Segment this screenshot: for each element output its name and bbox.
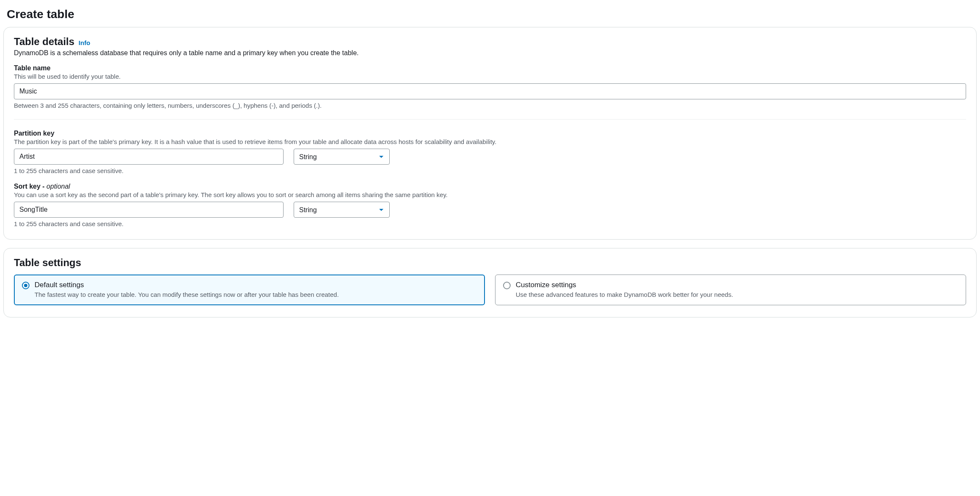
table-name-constraint: Between 3 and 255 characters, containing…	[14, 102, 966, 109]
default-settings-title: Default settings	[35, 281, 339, 289]
partition-key-constraint: 1 to 255 characters and case sensitive.	[14, 167, 966, 174]
table-name-label: Table name	[14, 64, 966, 72]
table-name-input[interactable]	[14, 83, 966, 99]
default-settings-option[interactable]: Default settings The fastest way to crea…	[14, 275, 485, 305]
partition-key-input[interactable]	[14, 149, 284, 165]
sort-key-hint: You can use a sort key as the second par…	[14, 191, 966, 198]
table-settings-panel: Table settings Default settings The fast…	[3, 248, 977, 317]
sort-key-type-select[interactable]: String	[294, 202, 390, 218]
divider	[14, 119, 966, 120]
default-settings-description: The fastest way to create your table. Yo…	[35, 290, 339, 299]
radio-icon	[503, 282, 511, 289]
table-details-description: DynamoDB is a schemaless database that r…	[14, 49, 966, 57]
table-details-title: Table details	[14, 36, 75, 48]
radio-icon	[22, 282, 29, 289]
sort-key-label: Sort key - optional	[14, 183, 966, 190]
partition-key-hint: The partition key is part of the table's…	[14, 138, 966, 145]
table-name-hint: This will be used to identify your table…	[14, 73, 966, 80]
sort-key-constraint: 1 to 255 characters and case sensitive.	[14, 220, 966, 227]
customize-settings-option[interactable]: Customize settings Use these advanced fe…	[495, 275, 966, 305]
table-settings-title: Table settings	[14, 257, 966, 269]
page-title: Create table	[7, 8, 977, 21]
info-link[interactable]: Info	[79, 39, 91, 46]
table-details-panel: Table details Info DynamoDB is a schemal…	[3, 27, 977, 240]
customize-settings-title: Customize settings	[516, 281, 733, 289]
customize-settings-description: Use these advanced features to make Dyna…	[516, 290, 733, 299]
partition-key-type-select[interactable]: String	[294, 149, 390, 165]
sort-key-input[interactable]	[14, 202, 284, 218]
partition-key-label: Partition key	[14, 130, 966, 137]
